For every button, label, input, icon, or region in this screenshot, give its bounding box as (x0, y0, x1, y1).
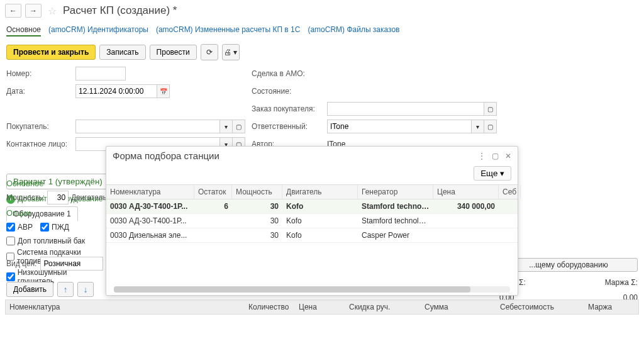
dialog-menu-icon[interactable]: ⋮ (478, 152, 486, 160)
nav-forward-button[interactable]: → (25, 4, 42, 18)
tab-amocrm-orders[interactable]: (amoCRM) Файлы заказов (308, 24, 399, 36)
post-and-close-button[interactable]: Провести и закрыть (6, 45, 96, 60)
deal-label: Сделка в АМО: (252, 69, 327, 78)
save-button[interactable]: Записать (99, 45, 145, 60)
col-discount[interactable]: Скидка руч. (349, 303, 425, 311)
date-field[interactable] (75, 84, 157, 98)
section-options-heading: Опции (6, 208, 104, 218)
horizontal-scrollbar[interactable] (114, 286, 510, 293)
favorite-icon[interactable]: ☆ (48, 5, 57, 17)
buyer-label: Покупатель: (6, 122, 75, 131)
post-button[interactable]: Провести (150, 45, 197, 60)
buyer-dropdown-icon[interactable]: ▾ (220, 120, 233, 133)
number-label: Номер: (6, 69, 75, 78)
resp-open-icon[interactable]: ▢ (484, 120, 497, 133)
engine-label: Двигатель: (71, 193, 109, 202)
tab-amocrm-changed[interactable]: (amoCRM) Измененные расчеты КП в 1С (156, 24, 300, 36)
section-main-heading: Основное (6, 179, 104, 188)
col-price[interactable]: Цена (299, 303, 349, 311)
modal-col-generator[interactable]: Генератор (358, 185, 433, 199)
station-picker-dialog: Форма подбора станции ⋮ ▢ ✕ Еще ▾ Номенк… (106, 146, 518, 296)
price-type-label: Вид цен: (6, 259, 36, 268)
print-icon[interactable]: 🖨 ▾ (222, 44, 240, 60)
power-field[interactable] (47, 191, 69, 204)
order-field[interactable] (327, 102, 484, 116)
date-label: Дата: (6, 87, 75, 96)
buyer-field[interactable] (75, 120, 220, 133)
pzhd-checkbox[interactable]: ПЖД (40, 223, 69, 232)
col-margin[interactable]: Маржа (588, 303, 635, 311)
modal-col-price[interactable]: Цена (433, 185, 499, 199)
modal-col-power[interactable]: Мощность (232, 185, 282, 199)
col-nomenclature[interactable]: Номенклатура (9, 303, 248, 311)
tab-amocrm-ids[interactable]: (amoCRM) Идентификаторы (48, 24, 148, 36)
state-label: Состояние: (252, 87, 327, 96)
modal-col-cost[interactable]: Себ (499, 185, 521, 199)
dialog-minimize-icon[interactable]: ▢ (492, 152, 499, 160)
page-title: Расчет КП (создание) * (63, 4, 177, 17)
number-field[interactable] (75, 67, 126, 81)
apply-to-equipment-button[interactable]: ...щему оборудованию (499, 258, 638, 272)
table-row[interactable]: 0030 АД-30-Т400-1Р... 30 Kofo Stamford t… (106, 214, 518, 228)
move-down-button[interactable]: ↓ (77, 282, 94, 297)
modal-col-nomenclature[interactable]: Номенклатура (106, 185, 194, 199)
add-button[interactable]: Добавить (6, 282, 53, 297)
col-quantity[interactable]: Количество (248, 303, 299, 311)
price-type-field[interactable] (40, 257, 103, 271)
refresh-icon[interactable]: ⟳ (201, 44, 218, 60)
modal-col-stock[interactable]: Остаток (194, 185, 232, 199)
buyer-open-icon[interactable]: ▢ (233, 120, 245, 133)
order-open-icon[interactable]: ▢ (484, 102, 497, 116)
tab-main[interactable]: Основное (6, 24, 41, 36)
table-row[interactable]: 0030 АД-30-Т400-1Р... 6 30 Kofo Stamford… (106, 199, 518, 214)
move-up-button[interactable]: ↑ (57, 282, 74, 297)
resp-label: Ответственный: (252, 122, 327, 131)
fuel-checkbox[interactable]: Доп топливный бак (6, 237, 104, 245)
resp-dropdown-icon[interactable]: ▾ (472, 120, 484, 133)
modal-col-engine[interactable]: Двигатель (282, 185, 358, 199)
more-button[interactable]: Еще ▾ (474, 166, 511, 181)
calendar-icon[interactable]: 📅 (157, 84, 170, 98)
order-label: Заказ покупателя: (252, 104, 327, 113)
power-label: Мощность: (6, 193, 45, 202)
dialog-close-icon[interactable]: ✕ (505, 152, 511, 160)
col-cost[interactable]: Себестоимость (500, 303, 588, 311)
avr-checkbox[interactable]: АВР (6, 223, 33, 232)
resp-field[interactable] (327, 120, 472, 133)
dialog-title: Форма подбора станции (113, 150, 219, 161)
contact-label: Контактное лицо: (6, 140, 75, 148)
table-row[interactable]: 0030 Дизельная эле... 30 Kofo Casper Pow… (106, 228, 518, 243)
nav-back-button[interactable]: ← (5, 4, 21, 18)
col-sum[interactable]: Сумма (425, 303, 500, 311)
margin-sum-label: Маржа Σ: (605, 278, 638, 287)
